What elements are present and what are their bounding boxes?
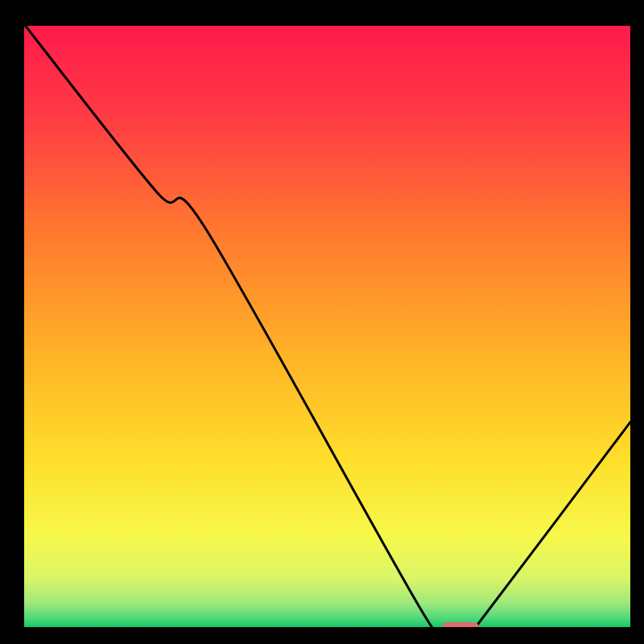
watermark-text: TheBottleneck.com [465, 2, 631, 23]
stage: TheBottleneck.com [0, 0, 644, 644]
optimum-marker [0, 0, 644, 644]
svg-rect-1 [443, 622, 479, 632]
